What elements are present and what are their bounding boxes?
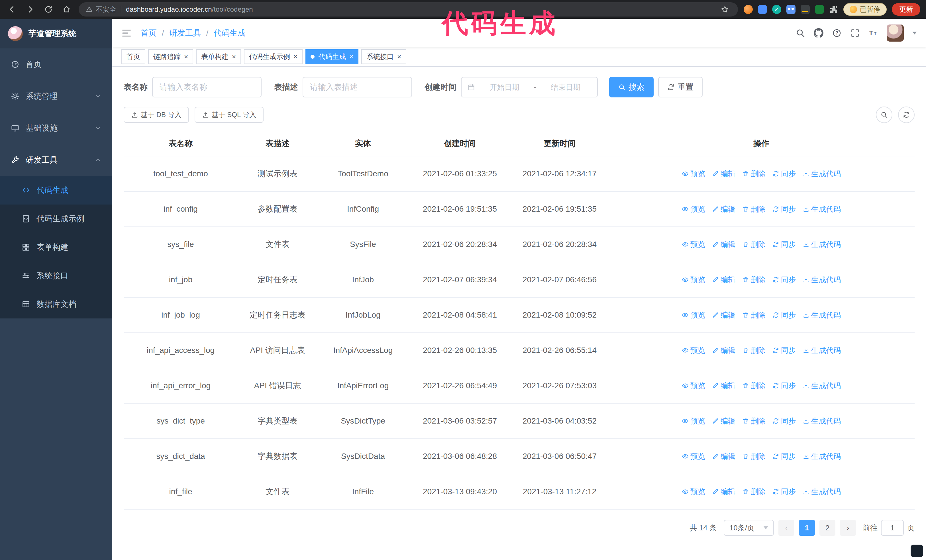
row-action-sync[interactable]: 同步 (772, 381, 796, 391)
prev-page-button[interactable]: ‹ (778, 520, 794, 536)
row-action-preview[interactable]: 预览 (682, 381, 705, 391)
user-avatar[interactable] (887, 24, 904, 42)
extension-icon-leaf[interactable] (815, 5, 824, 14)
forward-icon[interactable] (24, 3, 36, 16)
row-action-delete[interactable]: 删除 (742, 346, 766, 355)
update-button[interactable]: 更新 (892, 3, 920, 16)
tab-home[interactable]: 首页 (121, 49, 145, 64)
row-action-preview[interactable]: 预览 (682, 275, 705, 285)
row-action-generate[interactable]: 生成代码 (803, 240, 841, 249)
refresh-table-button[interactable] (898, 107, 915, 123)
row-action-delete[interactable]: 删除 (742, 204, 766, 214)
table-desc-input[interactable] (303, 77, 412, 97)
back-icon[interactable] (6, 3, 18, 16)
row-action-edit[interactable]: 编辑 (712, 416, 735, 426)
row-action-generate[interactable]: 生成代码 (803, 487, 841, 497)
row-action-generate[interactable]: 生成代码 (803, 275, 841, 285)
bookmark-star-icon[interactable] (719, 3, 731, 16)
row-action-edit[interactable]: 编辑 (712, 169, 735, 179)
toggle-search-button[interactable] (876, 107, 893, 123)
tab-system-api[interactable]: 系统接口 × (361, 49, 406, 64)
extension-icon-green-check[interactable] (772, 5, 781, 14)
github-icon[interactable] (814, 28, 823, 38)
row-action-preview[interactable]: 预览 (682, 169, 705, 179)
search-button[interactable]: 搜索 (609, 77, 654, 97)
close-icon[interactable]: × (292, 53, 298, 60)
row-action-sync[interactable]: 同步 (772, 240, 796, 249)
tab-tracing[interactable]: 链路追踪 × (148, 49, 193, 64)
page-button-2[interactable]: 2 (819, 520, 835, 536)
row-action-edit[interactable]: 编辑 (712, 240, 735, 249)
row-action-preview[interactable]: 预览 (682, 487, 705, 497)
sidebar-item-system-api[interactable]: 系统接口 (0, 261, 112, 290)
table-name-input[interactable] (152, 77, 262, 97)
breadcrumb-devtools[interactable]: 研发工具 (169, 28, 201, 38)
row-action-preview[interactable]: 预览 (682, 416, 705, 426)
page-size-select[interactable]: 10条/页 (724, 520, 774, 536)
close-icon[interactable]: × (396, 53, 401, 60)
import-sql-button[interactable]: 基于 SQL 导入 (195, 107, 263, 123)
reset-button[interactable]: 重置 (658, 77, 703, 97)
goto-page-input[interactable] (881, 520, 904, 536)
reload-icon[interactable] (42, 3, 55, 16)
sidebar-item-infra[interactable]: 基础设施 (0, 112, 112, 144)
row-action-delete[interactable]: 删除 (742, 451, 766, 462)
font-size-icon[interactable]: TT (869, 28, 878, 38)
extension-icon-dark[interactable] (800, 5, 810, 14)
tab-codegen[interactable]: 代码生成 × (306, 49, 359, 64)
search-icon[interactable] (796, 28, 805, 38)
profile-paused-badge[interactable]: 已暂停 (843, 3, 887, 16)
row-action-preview[interactable]: 预览 (682, 240, 705, 249)
fullscreen-icon[interactable] (850, 28, 860, 38)
row-action-sync[interactable]: 同步 (772, 310, 796, 320)
row-action-delete[interactable]: 删除 (742, 310, 766, 320)
sidebar-item-form-builder[interactable]: 表单构建 (0, 233, 112, 261)
address-bar[interactable]: 不安全 dashboard.yudao.iocoder.cn /tool/cod… (79, 2, 738, 17)
page-button-1[interactable]: 1 (799, 520, 815, 536)
next-page-button[interactable]: › (840, 520, 856, 536)
row-action-edit[interactable]: 编辑 (712, 451, 735, 462)
sidebar-item-db-doc[interactable]: 数据库文档 (0, 290, 112, 318)
breadcrumb-home[interactable]: 首页 (141, 28, 157, 38)
row-action-edit[interactable]: 编辑 (712, 487, 735, 497)
row-action-sync[interactable]: 同步 (772, 416, 796, 426)
extensions-puzzle-icon[interactable] (829, 5, 838, 14)
row-action-delete[interactable]: 删除 (742, 169, 766, 179)
row-action-delete[interactable]: 删除 (742, 416, 766, 426)
sidebar-item-codegen[interactable]: 代码生成 (0, 176, 112, 205)
row-action-sync[interactable]: 同步 (772, 487, 796, 497)
row-action-sync[interactable]: 同步 (772, 275, 796, 285)
row-action-generate[interactable]: 生成代码 (803, 310, 841, 320)
import-db-button[interactable]: 基于 DB 导入 (124, 107, 189, 123)
row-action-sync[interactable]: 同步 (772, 204, 796, 214)
row-action-delete[interactable]: 删除 (742, 381, 766, 391)
row-action-edit[interactable]: 编辑 (712, 381, 735, 391)
sidebar-item-codegen-example[interactable]: 代码生成示例 (0, 205, 112, 233)
row-action-edit[interactable]: 编辑 (712, 275, 735, 285)
row-action-preview[interactable]: 预览 (682, 204, 705, 214)
avatar-caret-icon[interactable] (912, 32, 917, 35)
sidebar-item-devtools[interactable]: 研发工具 (0, 144, 112, 176)
row-action-edit[interactable]: 编辑 (712, 346, 735, 355)
row-action-generate[interactable]: 生成代码 (803, 381, 841, 391)
row-action-sync[interactable]: 同步 (772, 346, 796, 355)
row-action-sync[interactable]: 同步 (772, 169, 796, 179)
row-action-preview[interactable]: 预览 (682, 451, 705, 462)
row-action-preview[interactable]: 预览 (682, 310, 705, 320)
close-icon[interactable]: × (348, 53, 353, 60)
help-icon[interactable]: ? (832, 28, 842, 38)
close-icon[interactable]: × (231, 53, 236, 60)
row-action-edit[interactable]: 编辑 (712, 310, 735, 320)
row-action-delete[interactable]: 删除 (742, 275, 766, 285)
extension-icon-orange[interactable] (744, 5, 753, 14)
row-action-generate[interactable]: 生成代码 (803, 451, 841, 462)
corner-widget-icon[interactable] (911, 545, 923, 557)
sidebar-item-system[interactable]: 系统管理 (0, 80, 112, 112)
close-icon[interactable]: × (183, 53, 188, 60)
row-action-generate[interactable]: 生成代码 (803, 416, 841, 426)
row-action-preview[interactable]: 预览 (682, 346, 705, 355)
sidebar-item-home[interactable]: 首页 (0, 48, 112, 80)
row-action-generate[interactable]: 生成代码 (803, 346, 841, 355)
browser-home-icon[interactable] (61, 3, 73, 16)
row-action-delete[interactable]: 删除 (742, 487, 766, 497)
